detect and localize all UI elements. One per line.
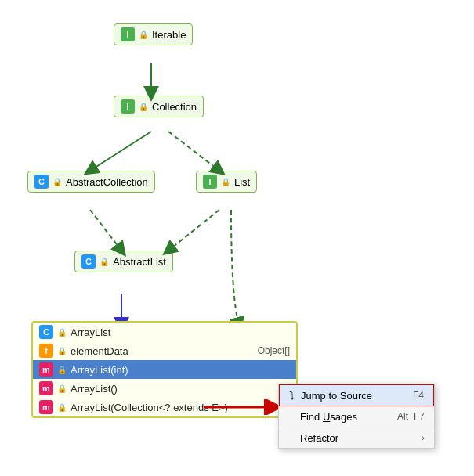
node-abstractcollection[interactable]: C 🔒 AbstractCollection [27,171,155,193]
lock-iterable: 🔒 [139,31,148,39]
jump-to-source-shortcut: F4 [413,390,424,401]
find-usages-shortcut: Alt+F7 [397,411,425,422]
jump-to-source-label: Jump to Source [301,390,407,402]
refactor-arrow: › [422,433,425,442]
badge-list: I [203,175,217,189]
extra-elementdata: Object[] [258,345,290,356]
refactor-label: Refactor [300,432,415,444]
badge-collection: I [121,99,135,114]
context-menu: ⤵ Jump to Source F4 ⤵ Find Usages Alt+F7… [278,384,435,449]
lock-arraylistint: 🔒 [57,366,67,374]
row-arraylist-int[interactable]: m 🔒 ArrayList(int) [33,360,296,379]
text-arraylistcol: ArrayList(Collection<? extends E>) [71,402,228,413]
svg-line-7 [168,210,219,251]
svg-line-4 [90,132,151,171]
lock-elementdata: 🔒 [57,347,67,355]
text-arraylistempty: ArrayList() [71,383,118,395]
text-arraylistint: ArrayList(int) [71,364,128,376]
text-elementdata: elementData [71,345,128,357]
node-iterable[interactable]: I 🔒 Iterable [114,23,193,45]
lock-collection: 🔒 [139,103,148,111]
lock-abstractcollection: 🔒 [52,178,62,186]
jump-icon: ⤵ [289,389,295,402]
arraylist-box: C 🔒 ArrayList f 🔒 elementData Object[] m… [31,321,298,418]
badge-m-arraylistint: m [39,362,53,377]
menu-item-find-usages[interactable]: ⤵ Find Usages Alt+F7 [279,406,434,427]
badge-abstractlist: C [81,254,96,269]
badge-c-arraylist: C [39,325,53,339]
refactor-icon: ⤵ [288,431,294,444]
row-elementdata[interactable]: f 🔒 elementData Object[] [33,341,296,360]
lock-arraylist: 🔒 [57,328,67,337]
badge-iterable: I [121,27,135,41]
find-usages-icon: ⤵ [288,410,294,423]
menu-item-refactor[interactable]: ⤵ Refactor › [279,427,434,448]
label-abstractcollection: AbstractCollection [66,176,148,188]
label-collection: Collection [152,101,197,113]
diagram-area: I 🔒 Iterable I 🔒 Collection C 🔒 Abstract… [0,0,474,476]
svg-line-5 [168,132,219,171]
badge-abstractcollection: C [34,175,49,189]
svg-line-6 [90,210,121,251]
row-arraylist[interactable]: C 🔒 ArrayList [33,323,296,341]
row-arraylist-empty[interactable]: m 🔒 ArrayList() [33,379,296,398]
lock-list: 🔒 [221,178,230,186]
lock-arraylistcol: 🔒 [57,403,67,412]
row-arraylist-collection[interactable]: m 🔒 ArrayList(Collection<? extends E>) [33,398,296,416]
text-arraylist: ArrayList [71,326,110,338]
lock-abstractlist: 🔒 [100,258,109,266]
menu-item-jump-to-source[interactable]: ⤵ Jump to Source F4 [279,384,434,406]
badge-f-elementdata: f [39,344,53,358]
badge-m-arraylistempty: m [39,381,53,395]
lock-arraylistempty: 🔒 [57,384,67,393]
node-list[interactable]: I 🔒 List [196,171,257,193]
label-abstractlist: AbstractList [113,256,166,268]
node-abstractlist[interactable]: C 🔒 AbstractList [74,251,173,272]
node-collection[interactable]: I 🔒 Collection [114,96,204,117]
label-list: List [234,176,250,188]
find-usages-label: Find Usages [300,411,391,423]
badge-m-arraylistcol: m [39,400,53,414]
label-iterable: Iterable [152,29,186,41]
